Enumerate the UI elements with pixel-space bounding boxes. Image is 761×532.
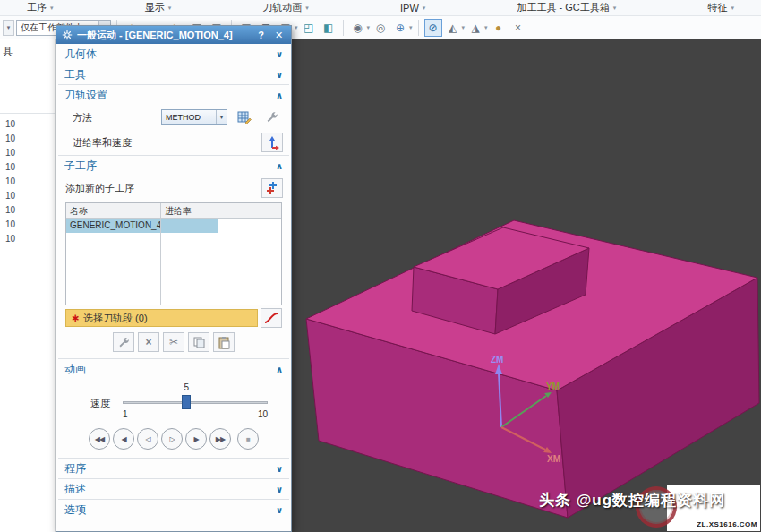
menu-tab-display[interactable]: 显示 ▾ bbox=[145, 1, 172, 14]
play-button[interactable]: ▷ bbox=[161, 428, 183, 450]
list-item[interactable]: 10 bbox=[0, 117, 55, 132]
section-description[interactable]: 描述 ∨ bbox=[56, 479, 291, 499]
table-row[interactable] bbox=[66, 290, 281, 305]
method-row: 方法 METHOD ▾ bbox=[56, 105, 291, 130]
section-options[interactable]: 选项 ∨ bbox=[56, 500, 291, 519]
list-item[interactable]: 10 bbox=[0, 218, 55, 232]
menu-tab-machining-tools-gc-toolbox[interactable]: 加工工具 - GC工具箱 ▾ bbox=[517, 1, 616, 14]
toolbar-icon[interactable]: ◮ bbox=[466, 19, 484, 37]
required-asterisk-icon: ∗ bbox=[71, 312, 80, 324]
previous-move-button[interactable]: ◀ bbox=[113, 428, 134, 450]
chevron-up-icon[interactable]: ∧ bbox=[276, 161, 283, 171]
step-forward-button[interactable]: ▶ bbox=[185, 428, 207, 450]
fast-forward-button[interactable]: ▶▶ bbox=[209, 428, 231, 450]
segment-curve-button[interactable] bbox=[261, 308, 282, 328]
table-row[interactable] bbox=[66, 247, 281, 262]
list-item[interactable]: 10 bbox=[0, 175, 55, 189]
table-row[interactable]: GENERIC_MOTION_4 bbox=[66, 219, 281, 233]
menu-tab-process[interactable]: 工序 ▾ bbox=[27, 1, 54, 14]
toolbar-icon[interactable]: ● bbox=[490, 19, 508, 37]
section-path-settings[interactable]: 刀轨设置 ∧ bbox=[56, 85, 291, 105]
menu-tab-ipw[interactable]: IPW ▾ bbox=[400, 3, 425, 13]
speed-max-label: 10 bbox=[258, 409, 268, 419]
delete-suboperation-button[interactable]: × bbox=[138, 332, 159, 352]
chevron-up-icon[interactable]: ∧ bbox=[276, 90, 283, 100]
method-dropdown[interactable]: METHOD ▾ bbox=[161, 109, 227, 125]
close-button[interactable]: ✕ bbox=[272, 30, 286, 41]
list-item[interactable]: 10 bbox=[0, 132, 55, 146]
play-icon: ▷ bbox=[169, 435, 174, 443]
toolbar-icon[interactable]: ⊕ bbox=[391, 19, 409, 37]
chevron-down-icon[interactable]: ▾ bbox=[295, 24, 298, 31]
help-button[interactable]: ? bbox=[254, 30, 268, 40]
suboperation-tools: × ✂ bbox=[56, 332, 291, 352]
column-header-name[interactable]: 名称 bbox=[66, 203, 161, 218]
toolbar-icon[interactable]: ◰ bbox=[300, 19, 318, 37]
copy-suboperation-button[interactable] bbox=[188, 332, 209, 352]
table-row[interactable] bbox=[66, 262, 281, 276]
chevron-down-icon[interactable]: ▾ bbox=[484, 24, 488, 31]
column-header-feedrate[interactable]: 进给率 bbox=[161, 203, 218, 218]
toolbar-icon[interactable]: × bbox=[509, 19, 527, 37]
chevron-down-icon[interactable]: ▾ bbox=[367, 24, 371, 31]
chevron-down-icon[interactable]: ∨ bbox=[276, 485, 283, 494]
menu-label: IPW bbox=[400, 3, 419, 13]
step-back-icon: ◁ bbox=[145, 435, 150, 443]
cut-suboperation-button[interactable]: ✂ bbox=[163, 332, 184, 352]
chevron-up-icon[interactable]: ∧ bbox=[276, 365, 283, 374]
method-table-icon bbox=[237, 110, 252, 124]
speed-slider[interactable]: 5 1 10 bbox=[123, 382, 268, 422]
chevron-down-icon[interactable]: ∨ bbox=[276, 49, 283, 59]
paste-suboperation-button[interactable] bbox=[213, 332, 235, 352]
playback-controls: ◀◀ ◀ ◁ ▷ ▶ ▶▶ ■ bbox=[56, 428, 291, 450]
chevron-down-icon[interactable]: ∨ bbox=[276, 464, 283, 474]
dialog-title: 一般运动 - [GENERIC_MOTION_4] bbox=[77, 29, 250, 42]
speed-min-label: 1 bbox=[123, 409, 128, 419]
edit-method-button[interactable] bbox=[234, 107, 255, 127]
list-item[interactable]: 10 bbox=[0, 203, 55, 218]
section-tool[interactable]: 工具 ∨ bbox=[56, 64, 291, 84]
section-suboperation[interactable]: 子工序 ∧ bbox=[56, 156, 291, 176]
toolbar-icon[interactable]: ◉ bbox=[349, 19, 367, 37]
method-label: 方法 bbox=[73, 111, 92, 124]
toolbar-icon[interactable]: ◧ bbox=[320, 19, 338, 37]
step-back-button[interactable]: ◁ bbox=[137, 428, 158, 450]
add-suboperation-button[interactable] bbox=[261, 178, 283, 198]
table-row[interactable] bbox=[66, 276, 281, 290]
cell-name: GENERIC_MOTION_4 bbox=[66, 219, 161, 233]
select-toolpath-segment[interactable]: ∗ 选择刀轨段 (0) bbox=[65, 309, 258, 327]
menu-tab-toolpath-animation[interactable]: 刀轨动画 ▾ bbox=[262, 1, 309, 14]
table-row[interactable] bbox=[66, 233, 281, 247]
generic-motion-dialog: 一般运动 - [GENERIC_MOTION_4] ? ✕ 几何体 ∨ 工具 ∨… bbox=[56, 25, 292, 532]
toolbar-icon-active[interactable]: ⊘ bbox=[424, 19, 442, 37]
method-options-button[interactable] bbox=[261, 107, 283, 127]
section-animation[interactable]: 动画 ∧ bbox=[56, 359, 291, 379]
dialog-titlebar[interactable]: 一般运动 - [GENERIC_MOTION_4] ? ✕ bbox=[56, 26, 291, 44]
select-segment-row: ∗ 选择刀轨段 (0) bbox=[65, 308, 282, 328]
chevron-down-icon[interactable]: ▾ bbox=[462, 24, 466, 31]
slider-thumb[interactable] bbox=[182, 395, 191, 409]
selection-scope-caret-button[interactable]: ▾ bbox=[3, 20, 14, 36]
slider-track[interactable] bbox=[123, 401, 268, 404]
rewind-to-start-button[interactable]: ◀◀ bbox=[89, 428, 110, 450]
stop-button[interactable]: ■ bbox=[237, 428, 259, 450]
list-item[interactable]: 10 bbox=[0, 146, 55, 160]
list-item[interactable]: 10 bbox=[0, 160, 55, 175]
cell-feedrate bbox=[161, 219, 218, 233]
chevron-down-icon[interactable]: ∨ bbox=[276, 70, 283, 80]
paste-icon bbox=[218, 336, 231, 349]
edit-suboperation-button[interactable] bbox=[113, 332, 134, 352]
list-item[interactable]: 10 bbox=[0, 232, 55, 246]
menu-label: 工序 bbox=[27, 1, 47, 14]
chevron-down-icon[interactable]: ▾ bbox=[409, 24, 413, 31]
toolbar-icon[interactable]: ◭ bbox=[444, 19, 462, 37]
section-program[interactable]: 程序 ∨ bbox=[56, 459, 291, 478]
add-plus-icon bbox=[264, 180, 280, 196]
list-item[interactable]: 10 bbox=[0, 189, 55, 203]
menu-tab-feature[interactable]: 特征 ▾ bbox=[707, 1, 734, 14]
feeds-speeds-button[interactable] bbox=[261, 133, 283, 152]
chevron-down-icon[interactable]: ∨ bbox=[276, 505, 283, 515]
step-forward-icon: ▶ bbox=[193, 435, 198, 443]
toolbar-icon[interactable]: ◎ bbox=[372, 19, 389, 37]
section-geometry[interactable]: 几何体 ∨ bbox=[56, 44, 291, 64]
